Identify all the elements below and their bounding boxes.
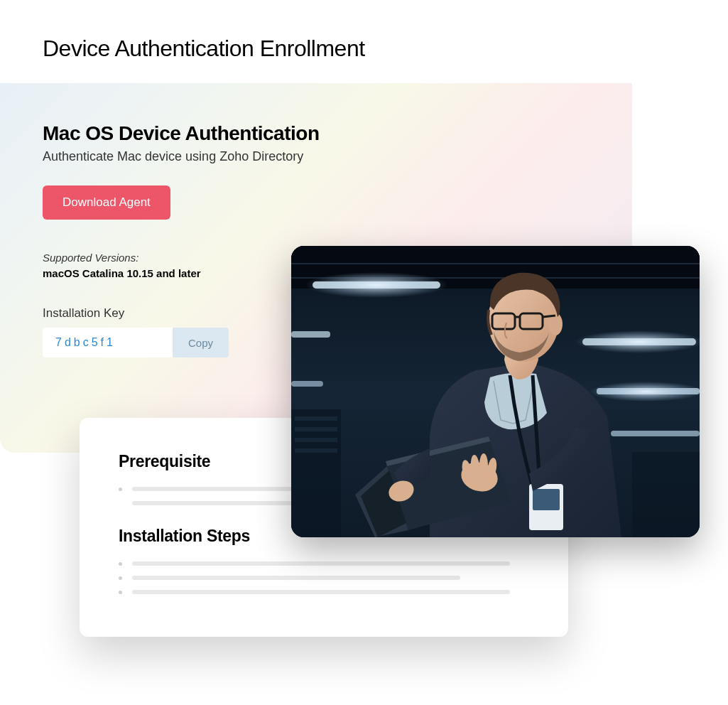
svg-line-26 <box>543 316 555 317</box>
installation-key-value: 7dbc5f1 <box>43 328 173 357</box>
bullet-icon <box>119 488 122 491</box>
installation-key-row: 7dbc5f1 Copy <box>43 328 229 357</box>
bullet-icon <box>119 562 122 566</box>
list-item <box>119 561 529 566</box>
bullet-icon <box>119 576 122 580</box>
svg-rect-15 <box>295 427 337 431</box>
steps-list <box>119 561 529 594</box>
svg-rect-11 <box>291 331 330 338</box>
list-item <box>119 590 529 594</box>
svg-rect-17 <box>295 448 337 453</box>
svg-point-7 <box>575 330 700 353</box>
hero-image <box>291 246 700 537</box>
svg-rect-20 <box>533 489 560 510</box>
list-item <box>119 576 529 580</box>
svg-rect-12 <box>291 381 323 387</box>
svg-rect-10 <box>611 431 700 436</box>
svg-rect-18 <box>632 452 700 537</box>
placeholder-text-line <box>132 590 510 594</box>
bullet-icon <box>119 591 122 594</box>
auth-subtitle: Authenticate Mac device using Zoho Direc… <box>43 149 590 164</box>
page-title: Device Authentication Enrollment <box>0 0 632 83</box>
download-agent-button[interactable]: Download Agent <box>43 185 170 220</box>
placeholder-text-line <box>132 576 460 580</box>
svg-point-31 <box>479 453 488 476</box>
svg-rect-14 <box>295 416 337 421</box>
auth-title: Mac OS Device Authentication <box>43 122 590 145</box>
svg-point-5 <box>305 272 447 298</box>
placeholder-text-line <box>132 561 510 566</box>
copy-key-button[interactable]: Copy <box>173 328 229 357</box>
svg-rect-16 <box>295 438 337 442</box>
svg-point-9 <box>590 382 700 402</box>
